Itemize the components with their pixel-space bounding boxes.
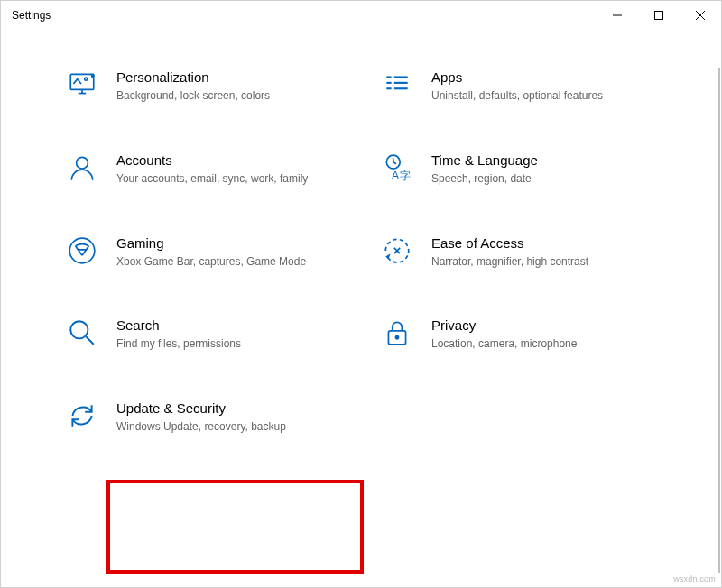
tile-desc: Narrator, magnifier, high contrast: [431, 254, 630, 270]
tile-ease-of-access[interactable]: Ease of Access Narrator, magnifier, high…: [379, 232, 658, 273]
close-button[interactable]: [680, 1, 721, 30]
privacy-icon: [381, 317, 413, 350]
settings-body: Personalization Background, lock screen,…: [1, 30, 721, 588]
tile-accounts[interactable]: Accounts Your accounts, email, sync, wor…: [64, 149, 343, 190]
tile-title: Search: [116, 317, 315, 333]
window-title: Settings: [12, 9, 597, 22]
tile-personalization[interactable]: Personalization Background, lock screen,…: [64, 66, 343, 107]
accounts-icon: [66, 152, 98, 185]
svg-point-20: [69, 238, 95, 263]
tile-title: Gaming: [116, 235, 315, 251]
gaming-icon: [66, 235, 98, 268]
window-controls: [597, 1, 721, 30]
tile-desc: Xbox Game Bar, captures, Game Mode: [116, 254, 315, 270]
svg-line-25: [86, 337, 94, 345]
titlebar: Settings: [1, 1, 721, 30]
tile-title: Ease of Access: [431, 235, 630, 251]
svg-text:字: 字: [400, 170, 411, 181]
scrollbar[interactable]: [718, 68, 720, 573]
search-icon: [66, 317, 98, 350]
tile-title: Time & Language: [431, 152, 630, 168]
svg-point-7: [85, 78, 88, 80]
tile-desc: Windows Update, recovery, backup: [116, 419, 315, 435]
tile-desc: Find my files, permissions: [116, 336, 315, 352]
watermark: wsxdn.com: [673, 574, 716, 583]
tile-title: Privacy: [431, 317, 630, 333]
tile-desc: Location, camera, microphone: [431, 336, 630, 352]
time-language-icon: A 字: [381, 152, 413, 185]
svg-point-27: [395, 336, 398, 339]
tile-title: Apps: [431, 69, 630, 85]
maximize-button[interactable]: [638, 1, 680, 30]
minimize-button[interactable]: [597, 1, 638, 30]
svg-text:A: A: [392, 169, 400, 182]
apps-icon: [381, 69, 413, 102]
personalization-icon: [66, 69, 98, 102]
svg-point-14: [77, 157, 88, 169]
svg-line-17: [393, 161, 396, 163]
tile-gaming[interactable]: Gaming Xbox Game Bar, captures, Game Mod…: [64, 232, 343, 273]
tile-search[interactable]: Search Find my files, permissions: [64, 314, 343, 355]
tile-title: Personalization: [116, 69, 315, 85]
tile-apps[interactable]: Apps Uninstall, defaults, optional featu…: [379, 66, 658, 107]
minimize-icon: [613, 11, 622, 20]
ease-of-access-icon: [381, 235, 413, 268]
svg-point-24: [70, 322, 88, 339]
tile-desc: Speech, region, date: [431, 171, 630, 187]
tile-title: Accounts: [116, 152, 315, 168]
tile-privacy[interactable]: Privacy Location, camera, microphone: [379, 314, 658, 355]
tile-desc: Uninstall, defaults, optional features: [431, 88, 630, 104]
tile-desc: Your accounts, email, sync, work, family: [116, 171, 315, 187]
tile-desc: Background, lock screen, colors: [116, 88, 315, 104]
svg-rect-1: [655, 12, 663, 20]
settings-grid: Personalization Background, lock screen,…: [64, 66, 658, 438]
maximize-icon: [654, 11, 663, 20]
close-icon: [695, 10, 706, 21]
svg-marker-21: [385, 253, 390, 259]
update-security-icon: [66, 400, 98, 433]
tile-title: Update & Security: [116, 400, 315, 416]
tile-time-language[interactable]: A 字 Time & Language Speech, region, date: [379, 149, 658, 190]
tile-update-security[interactable]: Update & Security Windows Update, recove…: [64, 397, 343, 438]
